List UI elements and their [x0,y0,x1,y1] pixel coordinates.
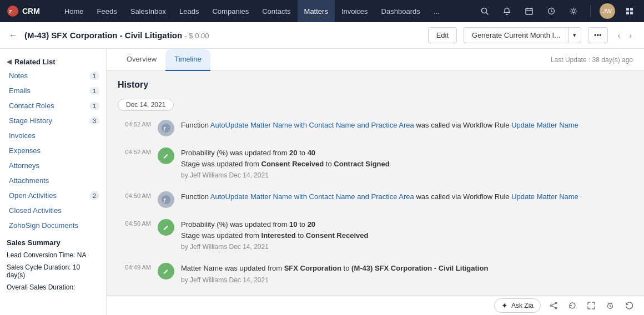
workflow-rule-link-1[interactable]: Update Matter Name [511,121,578,129]
sidebar-item-zohosign[interactable]: ZohoSign Documents [0,218,106,233]
contact-roles-badge: 1 [89,102,99,110]
sidebar-item-attorneys[interactable]: Attorneys [0,158,106,173]
workflow-rule-link-2[interactable]: Update Matter Name [511,192,578,201]
entry-avatar-2 [158,148,174,164]
sales-cycle-label: Sales Cycle Duration: [7,263,71,271]
history-entry-4: 04:50 AM Probability (%) was updated fro… [118,219,633,252]
edit-button[interactable]: Edit [428,27,457,43]
page-header: ← (M-43) SFX Corporation - Civil Litigat… [0,22,644,49]
related-list-header[interactable]: ◀ Related List [0,53,106,68]
svg-line-30 [611,303,612,304]
nav-feeds[interactable]: Feeds [90,0,124,22]
back-button[interactable]: ← [9,31,18,40]
record-subtitle: - $ 0.00 [184,32,209,40]
nav-dashboards[interactable]: Dashboards [375,0,427,22]
sidebar-item-closed-activities[interactable]: Closed Activities [0,203,106,218]
sidebar-item-expenses[interactable]: Expenses [0,143,106,158]
edit-icon-3 [161,266,171,276]
entry-avatar-3: ƒ [158,191,174,208]
undo-icon-btn[interactable] [623,299,635,312]
calendar-icon [525,7,533,15]
sidebar-item-emails[interactable]: Emails 1 [0,83,106,98]
svg-text:ƒ: ƒ [163,126,166,131]
generate-dropdown-button[interactable]: ▾ [568,27,581,43]
overall-sales-label: Overall Sales Duration: [7,283,75,291]
sidebar-item-open-activities[interactable]: Open Activities 2 [0,188,106,203]
entry-time-1: 04:52 AM [118,120,151,128]
nav-more[interactable]: ... [427,0,446,22]
entry-avatar-4 [158,219,174,236]
notes-label: Notes [9,72,28,80]
emails-badge: 1 [89,87,99,95]
refresh-icon [568,302,576,309]
app-logo[interactable]: Z CRM [7,5,49,17]
search-icon [481,7,489,15]
entry-content-1: Function AutoUpdate Matter Name with Con… [181,120,633,131]
alarm-icon-btn[interactable] [604,299,616,312]
sidebar-item-notes[interactable]: Notes 1 [0,68,106,83]
share-icon-btn[interactable] [547,299,560,312]
grid-icon [626,7,633,15]
history-entry-2: 04:52 AM Probability (%) was updated fro… [118,148,633,180]
main-layout: ◀ Related List Notes 1 Emails 1 Contact … [0,49,644,315]
svg-rect-10 [626,8,629,11]
entry-avatar-5 [158,263,174,280]
refresh-icon-btn[interactable] [566,299,578,312]
tab-timeline[interactable]: Timeline [165,49,210,71]
entry-avatar-1: ƒ [158,120,174,136]
svg-text:Z: Z [9,9,12,14]
clock-icon-btn[interactable] [544,3,559,19]
sidebar-item-stage-history[interactable]: Stage History 3 [0,113,106,128]
generate-button[interactable]: Generate Current Month I... [464,27,568,43]
nav-salesinbox[interactable]: SalesInbox [124,0,173,22]
tabs: Overview Timeline [118,49,210,71]
expenses-label: Expenses [9,146,41,155]
tab-overview[interactable]: Overview [118,49,165,71]
attorneys-label: Attorneys [9,161,39,170]
ask-zia-button[interactable]: ✦ Ask Zia [494,298,541,313]
calendar-icon-btn[interactable] [521,3,537,19]
nav-home[interactable]: Home [58,0,90,22]
sidebar-item-attachments[interactable]: Attachments [0,173,106,188]
search-icon-btn[interactable] [477,3,492,19]
workflow-function-link-1[interactable]: AutoUpdate Matter Name with Contact Name… [210,121,414,129]
page-title: (M-43) SFX Corporation - Civil Litigatio… [24,31,421,40]
topnav-right: JW [477,3,637,19]
grid-icon-btn[interactable] [622,3,637,19]
function-icon-2: ƒ [161,195,171,205]
more-options-button[interactable]: ••• [588,27,608,43]
history-container: History Dec 14, 2021 04:52 AM ƒ Function… [107,71,644,315]
generate-button-group: Generate Current Month I... ▾ [464,27,581,43]
history-entry-5: 04:49 AM Matter Name was updated from SF… [118,263,633,285]
next-record-button[interactable]: › [626,29,635,42]
workflow-function-link-2[interactable]: AutoUpdate Matter Name with Contact Name… [210,192,414,201]
zohosign-label: ZohoSign Documents [9,221,78,230]
sidebar-item-invoices[interactable]: Invoices [0,128,106,143]
prev-record-button[interactable]: ‹ [615,29,624,42]
contact-roles-label: Contact Roles [9,101,54,110]
history-entry-3: 04:50 AM ƒ Function AutoUpdate Matter Na… [118,191,633,208]
nav-companies[interactable]: Companies [205,0,255,22]
sidebar-item-contact-roles[interactable]: Contact Roles 1 [0,98,106,113]
edit-icon [161,151,171,161]
entry-time-4: 04:50 AM [118,219,151,227]
nav-invoices[interactable]: Invoices [335,0,375,22]
nav-matters[interactable]: Matters [298,0,335,22]
resize-icon-btn[interactable] [585,299,597,312]
open-activities-badge: 2 [89,192,99,200]
tab-bar: Overview Timeline Last Update : 38 day(s… [107,49,644,71]
share-icon [550,302,557,309]
top-navigation: Z CRM Home Feeds SalesInbox Leads Compan… [0,0,644,22]
settings-icon-btn[interactable] [566,3,581,19]
date-badge: Dec 14, 2021 [118,99,174,111]
svg-line-26 [552,303,555,305]
nav-contacts[interactable]: Contacts [255,0,297,22]
nav-items: Home Feeds SalesInbox Leads Companies Co… [58,0,477,22]
notification-icon-btn[interactable] [499,3,515,19]
nav-leads[interactable]: Leads [173,0,205,22]
invoices-label: Invoices [9,131,36,140]
user-avatar[interactable]: JW [600,3,615,19]
gear-icon [570,7,577,15]
resize-icon [587,302,595,309]
entry-time-3: 04:50 AM [118,191,151,199]
